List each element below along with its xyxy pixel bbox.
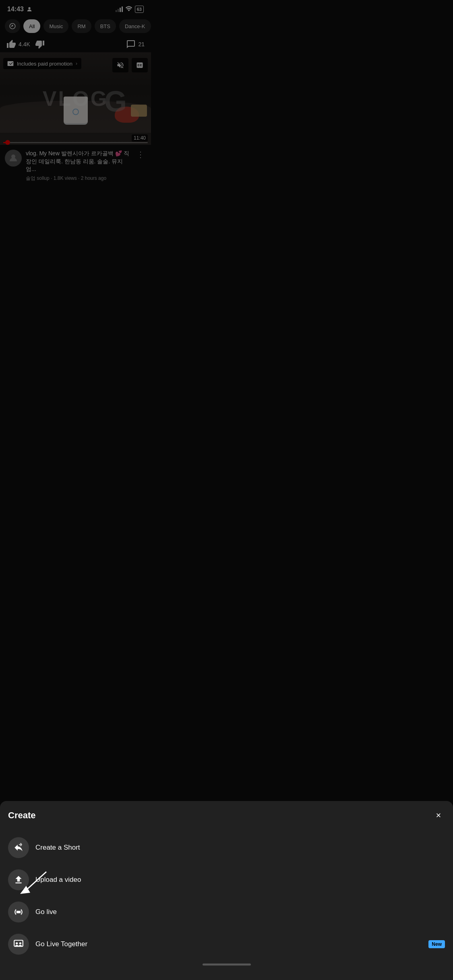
sheet-backdrop[interactable]: [0, 0, 151, 327]
